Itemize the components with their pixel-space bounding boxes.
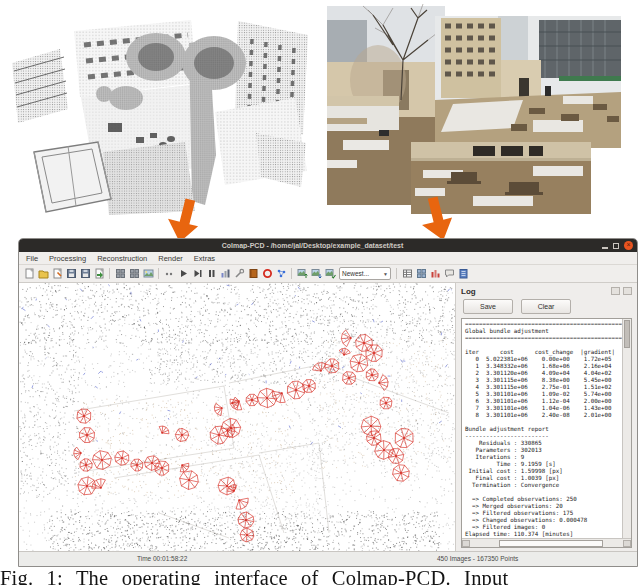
bundle-adjustment-icon[interactable] (219, 267, 232, 280)
float-panel-icon[interactable] (611, 287, 620, 295)
colmap-window: Colmap-PCD - /home/jal/Desktop/example_d… (18, 238, 638, 567)
grid-view-icon[interactable] (415, 267, 428, 280)
match-matrix-icon[interactable] (275, 267, 288, 280)
toolbar-separator (396, 268, 397, 279)
figure-caption: Fig. 1: The operating interface of Colma… (0, 567, 640, 585)
lidar-pointcloud-image (8, 5, 308, 215)
status-time: Time 00:01:58:22 (137, 555, 187, 562)
log-output[interactable]: ========================================… (461, 318, 632, 548)
reconstruction-start-icon[interactable] (177, 267, 190, 280)
toolbar-separator (109, 268, 110, 279)
automatic-reconstruction-icon[interactable] (261, 267, 274, 280)
project-info-icon[interactable] (401, 267, 414, 280)
menu-item-processing[interactable]: Processing (49, 254, 86, 263)
feature-matching-icon[interactable] (128, 267, 141, 280)
save-project-as-icon[interactable] (79, 267, 92, 280)
status-bar: Time 00:01:58:22 450 Images - 167350 Poi… (19, 551, 637, 566)
render-options-icon[interactable] (247, 267, 260, 280)
model-select-value: Newest... (342, 270, 369, 277)
import-model-icon[interactable] (93, 267, 106, 280)
log-text: ========================================… (462, 319, 631, 540)
menu-item-file[interactable]: File (26, 254, 38, 263)
save-project-icon[interactable] (65, 267, 78, 280)
feature-extraction-icon[interactable] (114, 267, 127, 280)
main-content: Log Save Clear =========================… (19, 283, 637, 551)
menu-item-reconstruction[interactable]: Reconstruction (97, 254, 147, 263)
menu-bar: FileProcessingReconstructionRenderExtras (19, 252, 637, 265)
save-log-button[interactable]: Save (463, 299, 513, 314)
maximize-button[interactable] (613, 243, 619, 249)
toolbar-separator (158, 268, 159, 279)
model-viewport[interactable] (19, 283, 455, 554)
new-project-icon[interactable] (23, 267, 36, 280)
toolbar-separator (291, 268, 292, 279)
import-images-icon[interactable] (296, 267, 309, 280)
model-select-dropdown[interactable]: Newest...▼ (339, 267, 391, 280)
database-management-icon[interactable] (142, 267, 155, 280)
figure-page: Colmap-PCD - /home/jal/Desktop/example_d… (0, 0, 640, 585)
log-widget-icon[interactable] (457, 267, 470, 280)
menu-item-extras[interactable]: Extras (194, 254, 215, 263)
image-overlap-icon[interactable] (324, 267, 337, 280)
window-title: Colmap-PCD - /home/jal/Desktop/example_d… (23, 242, 602, 249)
log-horizontal-scrollbar[interactable] (462, 538, 631, 547)
minimize-button[interactable] (602, 247, 608, 249)
reconstruction-step-icon[interactable] (191, 267, 204, 280)
title-bar[interactable]: Colmap-PCD - /home/jal/Desktop/example_d… (19, 239, 637, 252)
close-button[interactable]: × (624, 241, 633, 250)
log-panel-title: Log (461, 287, 476, 296)
reconstruction-pause-icon[interactable] (205, 267, 218, 280)
chevron-down-icon: ▼ (383, 271, 388, 277)
menu-item-render[interactable]: Render (158, 254, 183, 263)
edit-project-icon[interactable] (51, 267, 64, 280)
open-project-icon[interactable] (37, 267, 50, 280)
stats-icon[interactable] (429, 267, 442, 280)
status-model-counts: 450 Images - 167350 Points (437, 555, 518, 562)
dense-reconstruction-icon[interactable] (233, 267, 246, 280)
log-panel: Log Save Clear =========================… (455, 283, 637, 551)
reconstruction-reset-icon[interactable] (163, 267, 176, 280)
close-panel-icon[interactable] (623, 287, 632, 295)
clear-log-button[interactable]: Clear (521, 299, 571, 314)
export-images-icon[interactable] (310, 267, 323, 280)
log-vertical-scrollbar[interactable] (622, 319, 631, 539)
photo-collage-image (323, 0, 640, 232)
comments-icon[interactable] (443, 267, 456, 280)
toolbar: Newest...▼ (19, 265, 637, 283)
